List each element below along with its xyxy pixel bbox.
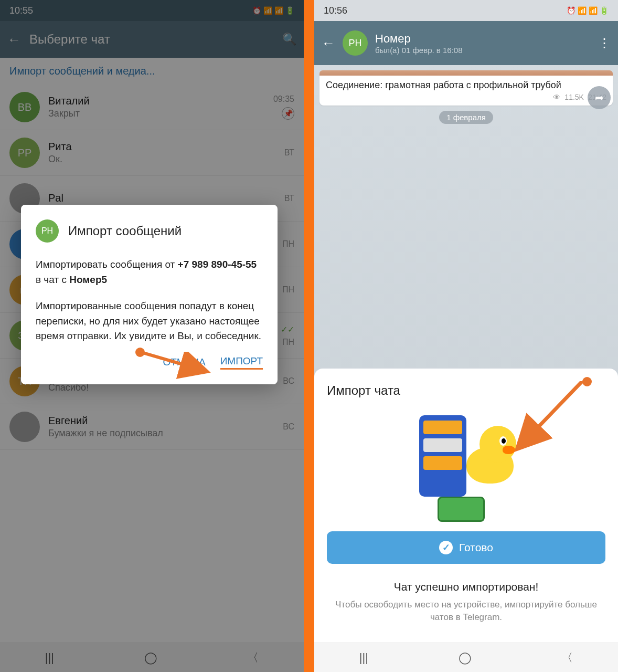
home-button[interactable]: ◯ [459, 651, 472, 665]
duck-sticker [409, 413, 524, 512]
import-dialog: PH Импорт сообщений Импортировать сообще… [21, 205, 278, 384]
message-text: Соединение: грамотная работа с профильно… [326, 80, 606, 91]
message-image [319, 70, 613, 76]
date-badge: 1 февраля [439, 111, 493, 124]
success-subtext: Чтобы освободить место на устройстве, им… [327, 598, 605, 624]
back-icon[interactable]: ← [322, 35, 335, 51]
message-card[interactable]: Соединение: грамотная работа с профильно… [319, 70, 613, 106]
chat-status: был(а) 01 февр. в 16:08 [375, 46, 591, 55]
nav-bar: ||| ◯ 〈 [314, 643, 618, 672]
chat-name: Номер [375, 32, 591, 46]
import-sheet: Импорт чата ✓ Готово Чат успешно импорти… [314, 369, 618, 643]
recents-button[interactable]: ||| [359, 651, 368, 665]
status-bar: 10:56 ⏰ 📶 📶 🔋 [314, 0, 618, 21]
chat-header: ← PH Номер был(а) 01 февр. в 16:08 ⋮ [314, 21, 618, 65]
view-count: 11.5K [564, 93, 584, 101]
done-button[interactable]: ✓ Готово [327, 531, 605, 564]
chat-avatar[interactable]: PH [343, 30, 368, 56]
eye-icon: 👁 [553, 93, 560, 101]
dialog-title: Импорт сообщений [68, 224, 182, 238]
status-icons: ⏰ 📶 📶 🔋 [567, 6, 609, 15]
import-button[interactable]: ИМПОРТ [220, 355, 263, 370]
right-screenshot: 10:56 ⏰ 📶 📶 🔋 ← PH Номер был(а) 01 февр.… [309, 0, 618, 672]
cancel-button[interactable]: ОТМЕНА [163, 355, 205, 370]
success-text: Чат успешно импортирован! [327, 581, 605, 593]
dialog-body: Импортировать сообщения от +7 989 890-45… [36, 257, 263, 344]
back-button[interactable]: 〈 [561, 650, 573, 666]
sheet-title: Импорт чата [327, 383, 605, 398]
done-label: Готово [459, 541, 493, 554]
more-icon[interactable]: ⋮ [598, 36, 611, 50]
share-button[interactable]: ➦ [588, 86, 611, 109]
check-icon: ✓ [439, 541, 453, 554]
status-time: 10:56 [324, 5, 567, 16]
left-screenshot: 10:55 ⏰ 📶 📶 🔋 ← Выберите чат 🔍 Импорт со… [0, 0, 309, 672]
dialog-avatar: PH [36, 219, 59, 243]
